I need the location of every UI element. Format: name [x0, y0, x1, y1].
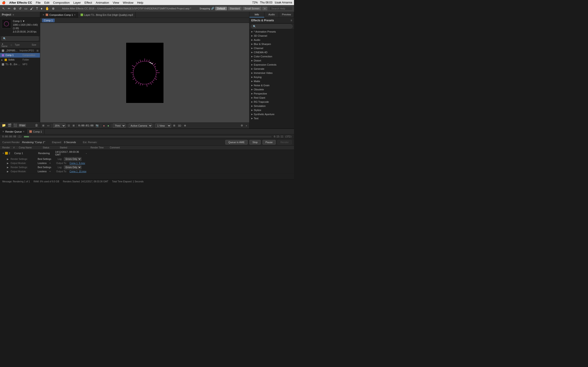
- snapping-icon[interactable]: 🔗: [211, 7, 214, 10]
- row-expand-arrow[interactable]: [2, 152, 4, 154]
- menu-file[interactable]: File: [36, 1, 41, 4]
- tab-menu-comp[interactable]: ≡: [74, 14, 76, 16]
- effect-matte[interactable]: ▶ Matte: [250, 79, 294, 83]
- effect-red-giant[interactable]: ▶ Red Giant: [250, 96, 294, 100]
- tab-audio[interactable]: Audio: [264, 12, 279, 17]
- brush-tool[interactable]: 🖌: [29, 6, 34, 11]
- effect-distort[interactable]: ▶ Distort: [250, 58, 294, 63]
- stop-btn[interactable]: Stop: [250, 140, 261, 144]
- effect-text[interactable]: ▶ Text: [250, 116, 294, 120]
- effect-color-correction[interactable]: ▶ Color Correction: [250, 54, 294, 58]
- file-item-audio[interactable]: T.I.- B…Em Out (High Quality).mp3 MP3: [0, 62, 40, 67]
- zoom-select[interactable]: 25% 50% 100%: [53, 124, 66, 128]
- workspace-standard[interactable]: Standard: [228, 7, 242, 10]
- menu-composition[interactable]: Composition: [53, 1, 69, 4]
- effect-stylize[interactable]: ▶ Stylize: [250, 108, 294, 112]
- expand-output-arrow-2[interactable]: ▶: [7, 170, 9, 173]
- menu-effect[interactable]: Effect: [85, 1, 92, 4]
- pixel-aspect-btn[interactable]: ⊞: [72, 124, 75, 127]
- output-add-btn-2[interactable]: +: [49, 170, 51, 173]
- workspace-small-screen[interactable]: Small Screen: [242, 7, 261, 10]
- text-tool[interactable]: T: [35, 6, 39, 11]
- render-row-main-2[interactable]: 2 Comp 1 Rendering 14/12/2017, 08:03:36 …: [0, 150, 294, 157]
- menu-view[interactable]: View: [113, 1, 119, 4]
- file-item-comp[interactable]: Comp 1 Composition: [0, 53, 40, 58]
- effect-immersive-video[interactable]: ▶ Immersive Video: [250, 71, 294, 75]
- rq-menu-icon[interactable]: ≡: [23, 130, 24, 133]
- effect-simulation[interactable]: ▶ Simulation: [250, 104, 294, 108]
- comp-name[interactable]: Comp 1 ▼: [13, 19, 38, 23]
- workspace-default[interactable]: Default: [215, 7, 227, 10]
- menu-window[interactable]: Window: [123, 1, 133, 4]
- effect-noise-grain[interactable]: ▶ Noise & Grain: [250, 83, 294, 87]
- effect-cinema4d[interactable]: ▶ CINEMA 4D: [250, 50, 294, 54]
- pause-btn[interactable]: Pause: [262, 140, 276, 144]
- timecode-display[interactable]: 0:00:01:08: [78, 124, 94, 127]
- menu-animation[interactable]: Animation: [96, 1, 109, 4]
- file-item-jpeg[interactable]: _DSF6853 copy.jpg ImporterJPEG ⛓: [0, 48, 40, 53]
- tab-composition-comp1[interactable]: ✕ 🟫 Composition Comp 1 ≡: [40, 12, 78, 18]
- tab-info[interactable]: Info: [250, 12, 264, 17]
- new-folder-btn[interactable]: 📁: [1, 123, 6, 127]
- shape-tool[interactable]: ▭: [23, 6, 28, 11]
- green-channel-btn[interactable]: ●: [107, 124, 110, 127]
- rotate-tool[interactable]: ↺: [18, 6, 23, 11]
- view-count-select[interactable]: 1 View 2 Views: [155, 124, 171, 128]
- effect-generate[interactable]: ▶ Generate: [250, 67, 294, 71]
- output-module-value-2[interactable]: Lossless: [38, 170, 47, 173]
- effect-synthetic-aperture[interactable]: ▶ Synthetic Aperture: [250, 112, 294, 116]
- menu-edit[interactable]: Edit: [44, 1, 49, 4]
- output-module-value[interactable]: Lossless: [38, 162, 47, 165]
- workspace-more[interactable]: »: [262, 7, 267, 10]
- search-help-input[interactable]: [270, 6, 293, 10]
- new-comp-btn[interactable]: 🎬: [7, 123, 12, 127]
- fit-btn[interactable]: ⊡: [67, 124, 70, 127]
- viewer-more-btn[interactable]: ⊞: [173, 124, 176, 127]
- apple-menu[interactable]: 🍎: [2, 1, 6, 4]
- effect-3d-channel[interactable]: ▶ 3D Channel: [250, 34, 294, 38]
- project-search-input[interactable]: [1, 36, 39, 41]
- log-select[interactable]: Errors Only: [64, 157, 82, 161]
- col-name-header[interactable]: ▲ Name: [1, 42, 10, 48]
- delete-btn[interactable]: 🗑: [35, 123, 39, 127]
- effect-audio[interactable]: ▶ Audio: [250, 38, 294, 42]
- effect-perspective[interactable]: ▶ Perspective: [250, 92, 294, 96]
- effect-rg-trapcode[interactable]: ▶ RG Trapcode: [250, 100, 294, 104]
- effect-obsolete[interactable]: ▶ Obsolete: [250, 87, 294, 92]
- viewer-3d-btn[interactable]: 3D: [177, 124, 182, 127]
- tab-layer-audio[interactable]: 🟩 Layer T.I.- Bring Em Out (High Quality…: [78, 12, 136, 18]
- expand-settings-arrow-2[interactable]: ▶: [7, 166, 9, 169]
- tab-preview[interactable]: Preview: [279, 12, 294, 17]
- active-camera-select[interactable]: Active Camera: [129, 124, 152, 128]
- file-item-solids[interactable]: Solids Folder: [0, 58, 40, 62]
- viewer-grid-btn[interactable]: ⊞: [42, 124, 45, 127]
- viewer-add-btn[interactable]: +: [245, 124, 248, 127]
- expand-settings-arrow[interactable]: ▶: [7, 158, 9, 160]
- project-menu-icon[interactable]: ≡: [13, 13, 14, 16]
- viewer-expand-btn[interactable]: ⊕: [183, 124, 187, 127]
- effects-search-input[interactable]: [251, 24, 293, 28]
- pan-tool[interactable]: ✋: [44, 6, 50, 11]
- zoom-tool[interactable]: ⊕: [12, 6, 17, 11]
- select-tool[interactable]: ↖: [1, 6, 6, 11]
- log-select-2[interactable]: Errors Only: [64, 165, 82, 169]
- snapshot-btn[interactable]: 📷: [95, 124, 99, 127]
- output-to-value[interactable]: Comp 1_9.mov: [69, 162, 85, 165]
- puppet-tool[interactable]: ♦: [40, 6, 43, 11]
- bpc-badge[interactable]: 8 bpc: [19, 124, 26, 127]
- effect-keying[interactable]: ▶ Keying: [250, 75, 294, 79]
- anchor-tool[interactable]: ⊕: [51, 6, 56, 11]
- expand-output-arrow[interactable]: ▶: [7, 162, 9, 165]
- menu-help[interactable]: Help: [137, 1, 143, 4]
- queue-in-ame-btn[interactable]: Queue in AME: [225, 140, 248, 144]
- color-channel-btn[interactable]: ●: [103, 124, 105, 127]
- viewer-settings-btn[interactable]: ⚙: [240, 124, 244, 127]
- effect-channel[interactable]: ▶ Channel: [250, 46, 294, 50]
- tab-close-comp[interactable]: ✕: [43, 14, 44, 16]
- menu-layer[interactable]: Layer: [73, 1, 81, 4]
- rq-close-icon[interactable]: ✕: [2, 130, 4, 133]
- effects-menu-icon[interactable]: ≡: [291, 19, 292, 22]
- render-settings-value[interactable]: Best Settings: [38, 158, 51, 160]
- tab-comp1-bottom[interactable]: 🟫 Comp 1: [27, 129, 44, 134]
- new-solid-btn[interactable]: ⬛: [13, 123, 18, 127]
